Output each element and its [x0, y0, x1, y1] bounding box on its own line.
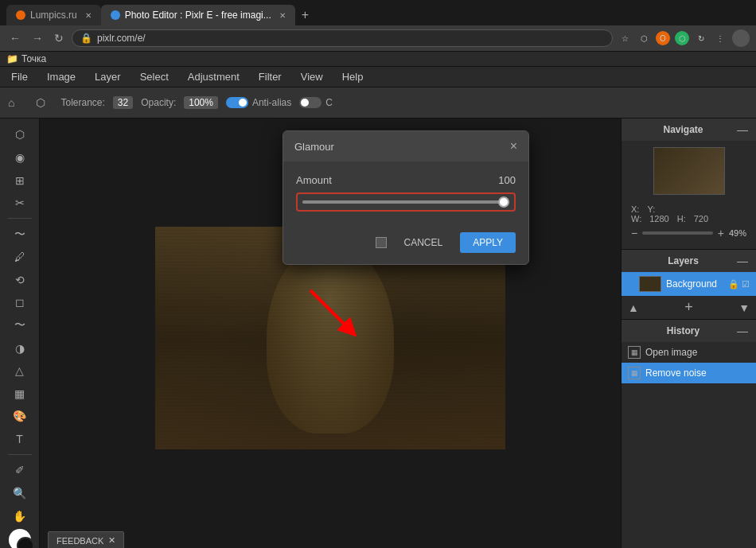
contiguous-toggle[interactable]: C	[299, 97, 333, 108]
layer-background[interactable]: Background 🔒 ☑	[622, 272, 756, 296]
glamour-dialog: Glamour × Amount 100	[283, 130, 529, 265]
new-tab-button[interactable]: +	[295, 8, 315, 22]
cancel-button[interactable]: CANCEL	[395, 232, 453, 253]
zoom-tool[interactable]: 🔍	[8, 484, 32, 503]
navigate-collapse[interactable]: —	[737, 123, 748, 136]
tab-lumpics[interactable]: Lumpics.ru ✕	[6, 5, 101, 25]
profile-avatar[interactable]	[732, 29, 750, 47]
tab-label-pixlr: Photo Editor : Pixlr E - free imagi...	[125, 10, 271, 21]
background-color[interactable]	[17, 537, 34, 548]
crop-tool[interactable]: ⊞	[8, 170, 32, 190]
tool-divider-1	[8, 218, 32, 219]
opera-icon[interactable]: O	[656, 31, 670, 45]
wand-icon[interactable]: ⬡	[29, 91, 53, 115]
dialog-close-button[interactable]: ×	[510, 139, 517, 154]
tab-close-pixlr[interactable]: ✕	[279, 11, 286, 20]
nav-reload-button[interactable]: ↻	[51, 30, 67, 46]
zoom-in-button[interactable]: +	[718, 227, 724, 239]
foreground-color[interactable]	[9, 529, 31, 548]
feedback-close-icon[interactable]: ✕	[108, 535, 115, 546]
eraser-tool[interactable]: ◻	[8, 293, 32, 313]
opacity-label: Opacity:	[141, 97, 176, 108]
anti-alias-switch[interactable]	[226, 97, 248, 108]
zoom-slider[interactable]	[642, 231, 713, 235]
nav-back-button[interactable]: ←	[6, 30, 24, 46]
wave-tool[interactable]: 〜	[8, 224, 32, 244]
sync-icon[interactable]: ↻	[694, 31, 708, 45]
dodge-tool[interactable]: ◑	[8, 338, 32, 358]
canvas-area[interactable]: Glamour × Amount 100	[40, 119, 621, 548]
clone-tool[interactable]: ⟲	[8, 270, 32, 290]
menu-select[interactable]: Select	[137, 69, 172, 84]
gradient-tool[interactable]: ▦	[8, 384, 32, 404]
history-section: History — ▦ Open image ▦ Remove noise	[622, 320, 756, 548]
menu-file[interactable]: File	[8, 69, 31, 84]
history-noise-label: Remove noise	[645, 367, 707, 379]
menu-image[interactable]: Image	[44, 69, 79, 84]
toolbar: ⌂ ⬡ Tolerance: 32 Opacity: 100% Anti-ali…	[0, 87, 756, 119]
menu-help[interactable]: Help	[339, 69, 367, 84]
history-collapse[interactable]: —	[737, 325, 748, 337]
anti-alias-toggle[interactable]: Anti-alias	[226, 97, 291, 108]
nav-forward-button[interactable]: →	[29, 30, 46, 46]
opacity-value[interactable]: 100%	[184, 96, 218, 109]
contiguous-switch[interactable]	[299, 97, 321, 108]
layer-down-button[interactable]: ▼	[738, 301, 750, 314]
lasso-tool[interactable]: ◉	[8, 148, 32, 168]
history-item-noise[interactable]: ▦ Remove noise	[622, 363, 756, 383]
menu-icon[interactable]: ⋮	[713, 31, 727, 45]
lock-icon: 🔒	[80, 33, 92, 44]
layer-visibility-eye[interactable]: ☑	[742, 279, 750, 290]
right-panel: Navigate — X: Y: W: 1280 H: 720	[621, 119, 756, 548]
menu-filter[interactable]: Filter	[255, 69, 285, 84]
tab-close-lumpics[interactable]: ✕	[85, 11, 92, 20]
layer-add-button[interactable]: +	[684, 299, 693, 316]
navigate-section: Navigate — X: Y: W: 1280 H: 720	[622, 119, 756, 250]
brush-tool[interactable]: 🖊	[8, 247, 32, 267]
smudge-tool[interactable]: 〜	[8, 316, 32, 336]
browser-toolbar-icons: ☆ ⬡ O ⬡ ↻ ⋮	[618, 29, 750, 47]
feedback-button[interactable]: FEEDBACK ✕	[48, 531, 124, 548]
amount-row: Amount 100	[296, 174, 516, 186]
zoom-out-button[interactable]: −	[631, 227, 637, 239]
scissors-tool[interactable]: ✂	[8, 193, 32, 213]
menu-view[interactable]: View	[298, 69, 326, 84]
dialog-body: Amount 100	[283, 161, 528, 232]
layer-controls: ▲ + ▼	[622, 296, 756, 319]
tolerance-value[interactable]: 32	[113, 96, 133, 109]
layers-collapse[interactable]: —	[737, 255, 748, 267]
vpn-icon[interactable]: ⬡	[675, 31, 689, 45]
tab-pixlr[interactable]: Photo Editor : Pixlr E - free imagi... ✕	[101, 5, 295, 25]
eyedropper-tool[interactable]: ✐	[8, 461, 32, 480]
dialog-header: Glamour ×	[283, 131, 528, 161]
amount-slider[interactable]	[302, 200, 509, 204]
zoom-value: 49%	[729, 228, 746, 238]
layers-title: Layers	[629, 255, 737, 266]
menu-layer[interactable]: Layer	[92, 69, 124, 84]
preview-checkbox[interactable]	[376, 237, 387, 248]
app: File Image Layer Select Adjustment Filte…	[0, 67, 756, 548]
extension-icon[interactable]: ⬡	[637, 31, 651, 45]
apply-button[interactable]: APPLY	[460, 232, 516, 253]
shape-tool[interactable]: △	[8, 361, 32, 381]
navigate-header: Navigate —	[622, 119, 756, 141]
nav-dims: W: 1280 H: 720	[628, 214, 750, 223]
color-swatches[interactable]	[9, 529, 31, 548]
layer-visibility-icon[interactable]	[628, 281, 634, 287]
star-icon[interactable]: ☆	[618, 31, 632, 45]
address-bar[interactable]: 🔒 pixlr.com/e/	[72, 29, 613, 47]
hand-tool[interactable]: ✋	[8, 506, 32, 526]
browser-chrome: Lumpics.ru ✕ Photo Editor : Pixlr E - fr…	[0, 0, 756, 52]
select-tool[interactable]: ⬡	[8, 125, 32, 145]
menu-adjustment[interactable]: Adjustment	[185, 69, 243, 84]
breadcrumb-folder-icon: 📁	[6, 53, 18, 64]
w-label: W:	[631, 214, 641, 223]
layer-up-button[interactable]: ▲	[628, 301, 639, 314]
history-item-open[interactable]: ▦ Open image	[622, 342, 756, 363]
nav-preview-thumb	[653, 147, 725, 195]
home-icon[interactable]: ⌂	[8, 96, 14, 109]
x-label: X:	[631, 204, 639, 214]
text-tool[interactable]: T	[8, 429, 32, 449]
fill-tool[interactable]: 🎨	[8, 406, 32, 426]
checkbox-input[interactable]	[376, 237, 387, 248]
